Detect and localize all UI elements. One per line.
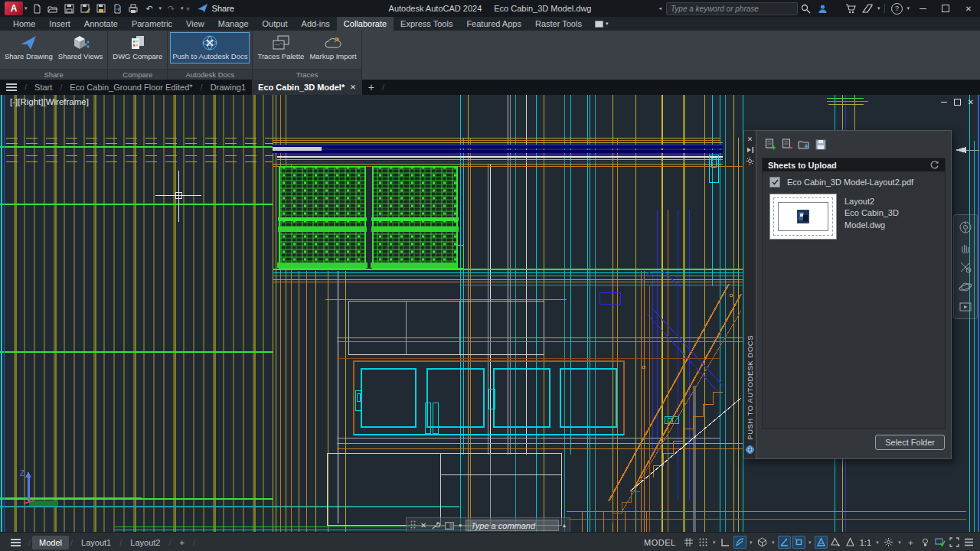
sheet-thumbnail[interactable] (769, 194, 837, 240)
file-tab-start[interactable]: Start (28, 80, 58, 95)
layout-tab-layout1[interactable]: Layout1 (74, 536, 118, 549)
zoom-extents-icon[interactable] (957, 258, 974, 276)
polar-caret-icon[interactable]: ▾ (748, 540, 754, 546)
file-tab-drawing1[interactable]: Drawing1 (204, 80, 252, 95)
undo-icon[interactable]: ↶ (142, 1, 158, 16)
annotation-autoscale-icon[interactable] (829, 536, 842, 549)
ribbon-tab-featured-apps[interactable]: Featured Apps (459, 17, 528, 31)
snap-caret-icon[interactable]: ▾ (711, 540, 717, 546)
status-customize-menu-icon[interactable] (962, 536, 975, 549)
file-tab-3d-model-active[interactable]: Eco Cabin_3D Model* ✕ (252, 80, 362, 95)
recent-commands-caret-icon[interactable]: ▾ (456, 523, 464, 529)
isolate-objects-icon[interactable] (919, 536, 932, 549)
select-folder-button[interactable]: Select Folder (875, 435, 945, 450)
annotation-visibility-icon[interactable] (815, 536, 828, 549)
sign-in-user-icon[interactable] (815, 0, 831, 17)
command-input[interactable]: Type a command (466, 520, 559, 531)
layout-tabs-menu-icon[interactable] (5, 539, 27, 546)
traces-palette-button[interactable]: Traces Palette (255, 32, 306, 64)
layout-tab-model[interactable]: Model (32, 536, 69, 549)
annotation-scale-icon[interactable] (844, 536, 857, 549)
push-to-autodesk-docs-button[interactable]: Push to Autodesk Docs (170, 32, 250, 64)
file-tab-close-icon[interactable]: ✕ (350, 83, 356, 91)
ribbon-tab-insert[interactable]: Insert (42, 17, 77, 31)
share-drawing-button[interactable]: Share Drawing (2, 32, 55, 64)
print-icon[interactable] (126, 1, 142, 16)
ribbon-tab-manage[interactable]: Manage (211, 17, 256, 31)
app-menu-caret-icon[interactable]: ▾ (24, 5, 28, 11)
autodesk-account-caret-icon[interactable]: ▾ (877, 5, 880, 11)
annotation-scale-value[interactable]: 1:1 (858, 538, 873, 547)
snap-mode-icon[interactable] (697, 536, 710, 549)
ribbon-tab-view[interactable]: View (179, 17, 211, 31)
layout-tab-layout2[interactable]: Layout2 (123, 536, 167, 549)
search-icon[interactable] (798, 0, 815, 17)
close-button[interactable]: ✕ (957, 0, 980, 17)
new-layout-button[interactable]: + (173, 536, 191, 549)
command-line-grip[interactable] (408, 520, 418, 530)
isometric-drafting-icon[interactable] (756, 536, 769, 549)
drawing-minimize-icon[interactable] (941, 102, 947, 103)
drawing-close-icon[interactable]: ✕ (968, 98, 974, 106)
pan-hand-icon[interactable] (957, 238, 974, 256)
object-snap-tracking-icon[interactable] (778, 536, 791, 549)
ribbon-tab-express-tools[interactable]: Express Tools (394, 17, 459, 31)
graphics-performance-icon[interactable] (933, 536, 946, 549)
showmotion-icon[interactable] (957, 298, 974, 315)
sheet-row[interactable]: Eco Cabin_3D Model-Layout2.pdf (763, 171, 945, 190)
viewport-visualstyle-control[interactable]: [Wireframe] (43, 97, 88, 106)
redo-icon[interactable]: ↷ (163, 1, 179, 16)
file-tabs-menu-icon[interactable] (0, 83, 23, 91)
new-drawing-icon[interactable] (29, 1, 45, 16)
help-icon[interactable]: ? (888, 0, 905, 17)
command-line-customize-icon[interactable] (429, 521, 443, 530)
undo-caret-icon[interactable]: ▾ (159, 5, 162, 11)
viewport-view-control[interactable]: [Right] (18, 97, 43, 106)
save-as-icon[interactable] (77, 1, 93, 16)
plot-icon[interactable] (93, 1, 109, 16)
space-indicator[interactable]: MODEL (644, 538, 676, 547)
open-drawing-icon[interactable] (45, 1, 61, 16)
ortho-mode-icon[interactable] (719, 536, 732, 549)
save-icon[interactable] (61, 1, 77, 16)
refresh-sheets-icon[interactable] (929, 160, 939, 170)
workspace-gear-icon[interactable] (882, 536, 895, 549)
autodesk-account-icon[interactable] (859, 0, 876, 17)
search-input[interactable]: Type a keyword or phrase (666, 2, 798, 15)
help-caret-icon[interactable]: ▾ (906, 5, 910, 11)
maximize-button[interactable] (934, 0, 957, 17)
ribbon-tab-parametric[interactable]: Parametric (125, 17, 179, 31)
palette-close-icon[interactable]: ✕ (745, 134, 755, 145)
polar-tracking-icon[interactable] (733, 536, 746, 549)
ribbon-tab-home[interactable]: Home (6, 17, 42, 31)
palette-properties-icon[interactable] (745, 155, 755, 166)
drawing-restore-icon[interactable] (954, 99, 961, 106)
search-collapse-icon[interactable]: ◂ (658, 5, 662, 11)
autocad-app-logo[interactable]: A (5, 2, 23, 15)
qat-customize-caret-icon[interactable]: ▿ (187, 5, 190, 12)
gear-caret-icon[interactable]: ▾ (897, 540, 903, 546)
recent-commands-icon[interactable] (443, 522, 456, 530)
remove-sheets-icon[interactable] (781, 139, 793, 151)
grid-display-icon[interactable] (682, 536, 695, 549)
command-line-close-icon[interactable]: ✕ (418, 521, 429, 530)
share-quick-button[interactable]: Share (198, 4, 234, 13)
markup-import-button[interactable]: Markup Import (307, 32, 358, 64)
panel-title-share[interactable]: Share (0, 69, 107, 80)
clean-screen-icon[interactable] (948, 536, 961, 549)
panel-title-autodesk-docs[interactable]: Autodesk Docs (168, 69, 252, 80)
ribbon-display-toggle[interactable]: ▾ (589, 17, 615, 31)
customization-plus-icon[interactable]: + (904, 536, 917, 549)
shared-views-button[interactable]: Shared Views (56, 32, 105, 64)
ribbon-tab-collaborate[interactable]: Collaborate (337, 17, 394, 31)
dwg-compare-button[interactable]: DWG Compare (110, 32, 165, 64)
scale-caret-icon[interactable]: ▾ (874, 540, 880, 546)
minimize-button[interactable] (911, 0, 934, 17)
export-icon[interactable] (109, 1, 126, 16)
load-sheet-list-icon[interactable] (798, 139, 810, 151)
panel-title-compare[interactable]: Compare (108, 69, 167, 80)
isodraft-caret-icon[interactable]: ▾ (770, 540, 776, 546)
object-snap-icon[interactable] (792, 536, 805, 549)
ribbon-tab-output[interactable]: Output (256, 17, 295, 31)
orbit-icon[interactable] (957, 278, 974, 295)
